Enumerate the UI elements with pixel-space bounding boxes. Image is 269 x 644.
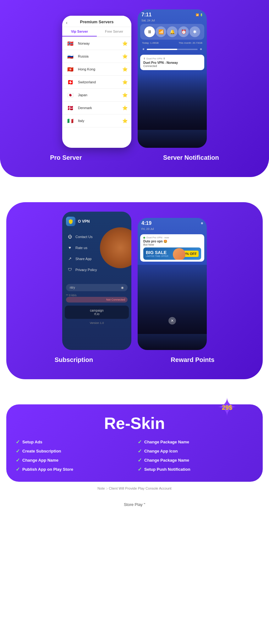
- signal-russia: ⭐: [122, 54, 128, 59]
- server-tabs: Vip Server Free Server: [62, 27, 131, 37]
- big-sale-content: BIG SALE LIMITED TIME OFFER: [146, 250, 168, 257]
- date-display: Sat, 24 Jul: [138, 19, 207, 24]
- feature-label-pkg-name: Change Package Name: [144, 440, 189, 444]
- server-item[interactable]: 🇭🇰 Hong Kong ⭐: [62, 63, 131, 76]
- phones-row-mid: O VPN ⏻ Contact Us ♥ Rate us ↗ Shar: [16, 212, 253, 350]
- server-item[interactable]: 🇨🇭 Switzerland ⭐: [62, 76, 131, 89]
- check-icon: ✓: [16, 439, 20, 445]
- share-icon: ↗: [67, 256, 72, 261]
- section-subscription: O VPN ⏻ Contact Us ♥ Rate us ↗ Shar: [0, 190, 269, 379]
- store-play-label: Store Play ": [124, 502, 145, 507]
- sale-notification-card: Duet Pro VPN · now Dute pro vpn 🤩 But No…: [140, 234, 204, 262]
- feature-label-create-sub: Create Subscription: [22, 449, 61, 453]
- version-text: Version 1.0: [62, 319, 131, 327]
- price-badge-area: ✦ 29$: [217, 395, 238, 420]
- tab-vip[interactable]: Vip Server: [62, 27, 97, 36]
- country-placeholder: ntry: [70, 286, 75, 289]
- flag-russia: 🇷🇺: [66, 53, 75, 59]
- features-grid: ✓ Setup Ads ✓ Create Subscription ✓ Chan…: [16, 439, 253, 472]
- wifi-btn[interactable]: 📶: [156, 26, 166, 37]
- check-icon: ✓: [16, 466, 20, 472]
- sale-notif-app: Duet Pro VPN · now: [146, 236, 169, 239]
- country-hk: Hong Kong: [78, 67, 122, 71]
- flag-italy: 🇮🇹: [66, 118, 75, 124]
- pause-btn[interactable]: ⏸: [144, 26, 155, 37]
- status-icons: 📶🔋: [196, 12, 203, 18]
- bt-btn[interactable]: ✱: [189, 26, 200, 37]
- flag-denmark: 🇩🇰: [66, 105, 75, 111]
- campaign-text: campaign: [90, 309, 103, 312]
- server-item[interactable]: 🇩🇰 Denmark ⭐: [62, 102, 131, 114]
- check-icon: ✓: [138, 457, 142, 463]
- brightness-high-icon: ☀: [200, 47, 202, 51]
- labels-row-mid: Subscription Reward Points: [16, 356, 253, 364]
- back-icon[interactable]: ‹: [66, 20, 68, 25]
- connect-area: ntry ◉ ** 0 kb/s Not Connected: [62, 281, 131, 306]
- quick-actions: ⏸ 📶 🔔 ⏰ ✱: [140, 24, 204, 40]
- sale-time: 4:19: [141, 220, 151, 226]
- feature-label-setup-ads: Setup Ads: [22, 440, 42, 444]
- feature-label-publish: Publish App on Play Store: [22, 467, 73, 472]
- ringer-btn[interactable]: 🔔: [167, 26, 178, 37]
- feature-label-pkg-name2: Change Package Name: [144, 458, 189, 463]
- feature-app-icon: ✓ Change App Icon: [138, 448, 253, 454]
- tab-free[interactable]: Free Server: [97, 27, 131, 36]
- country-select[interactable]: ntry ◉: [66, 284, 128, 291]
- country-russia: Russia: [78, 54, 122, 58]
- server-item[interactable]: 🇷🇺 Russia ⭐: [62, 50, 131, 63]
- server-item[interactable]: 🇯🇵 Japan ⭐: [62, 89, 131, 102]
- feature-setup-ads: ✓ Setup Ads: [16, 439, 131, 445]
- country-japan: Japan: [78, 93, 122, 97]
- bottom-bar: Store Play ": [0, 500, 269, 509]
- signal-japan: ⭐: [122, 92, 128, 97]
- sale-status-bar: 4:19 ⚙: [138, 218, 207, 227]
- signal-norway: ⭐: [122, 41, 128, 46]
- vpn-logo: [66, 217, 75, 226]
- check-icon: ✓: [138, 466, 142, 472]
- country-denmark: Denmark: [78, 106, 122, 110]
- time-display: 7:11: [141, 12, 151, 18]
- check-icon: ✓: [138, 439, 142, 445]
- right-phone-notification: 7:11 📶🔋 Sat, 24 Jul ⏸ 📶 🔔 ⏰ ✱ Today: 1.4…: [138, 9, 207, 148]
- feature-label-push: Setup Push Notification: [144, 467, 190, 472]
- feature-change-name: ✓ Change App Name: [16, 457, 131, 463]
- heart-icon: ♥: [67, 245, 72, 250]
- vpn-notif-status: Connected: [143, 64, 201, 68]
- alarm-btn[interactable]: ⏰: [178, 26, 189, 37]
- close-button[interactable]: ✕: [168, 317, 176, 325]
- flag-switzerland: 🇨🇭: [66, 79, 75, 85]
- left-phone-servers: ‹ Premium Servers Vip Server Free Server…: [62, 16, 131, 148]
- sale-dark-area: ✕: [138, 265, 207, 334]
- left-phone-menu: O VPN ⏻ Contact Us ♥ Rate us ↗ Shar: [62, 212, 131, 350]
- price-text: 29$: [222, 404, 232, 411]
- section-reskin: ✦ 29$ Re-Skin ✓ Setup Ads ✓ Create Subsc…: [0, 392, 269, 500]
- server-item[interactable]: 🇮🇹 Italy ⭐: [62, 114, 131, 127]
- month-data: This month: 20.73GB: [178, 42, 202, 44]
- sale-image: [173, 248, 185, 260]
- server-item[interactable]: 🇳🇴 Norway ⭐: [62, 37, 131, 50]
- check-icon: ✓: [16, 457, 20, 463]
- gap-1: [0, 177, 269, 190]
- brightness-track[interactable]: [147, 49, 198, 50]
- privacy-label: Privacy Policy: [75, 268, 97, 272]
- brightness-fill: [147, 49, 177, 50]
- feature-push-notif: ✓ Setup Push Notification: [138, 466, 253, 472]
- vpn-name: O VPN: [78, 219, 90, 224]
- features-right-col: ✓ Change Package Name ✓ Change App Icon …: [138, 439, 253, 472]
- vpn-notif-title: Duet Pro VPN - Norway: [143, 61, 201, 64]
- feature-create-sub: ✓ Create Subscription: [16, 448, 131, 454]
- today-data: Today: 1.49GB: [142, 42, 159, 44]
- vpn-notification-card: ⬆ Duet Pro VPN ⬆ Duet Pro VPN - Norway C…: [140, 55, 204, 70]
- status-bar: 7:11 📶🔋: [138, 9, 207, 19]
- country-norway: Norway: [78, 42, 122, 45]
- label-reward: Reward Points: [171, 356, 214, 364]
- country-switzerland: Switzerland: [78, 80, 122, 84]
- sale-notif-title: Dute pro vpn 🤩: [143, 240, 201, 243]
- power-icon: ⏻: [67, 234, 72, 239]
- signal-italy: ⭐: [122, 118, 128, 123]
- feature-publish: ✓ Publish App on Play Store: [16, 466, 131, 472]
- section-pro-server: ‹ Premium Servers Vip Server Free Server…: [0, 0, 269, 177]
- flag-norway: 🇳🇴: [66, 40, 75, 47]
- limited-text: LIMITED TIME OFFER: [146, 255, 168, 257]
- contact-us-label: Contact Us: [75, 235, 92, 239]
